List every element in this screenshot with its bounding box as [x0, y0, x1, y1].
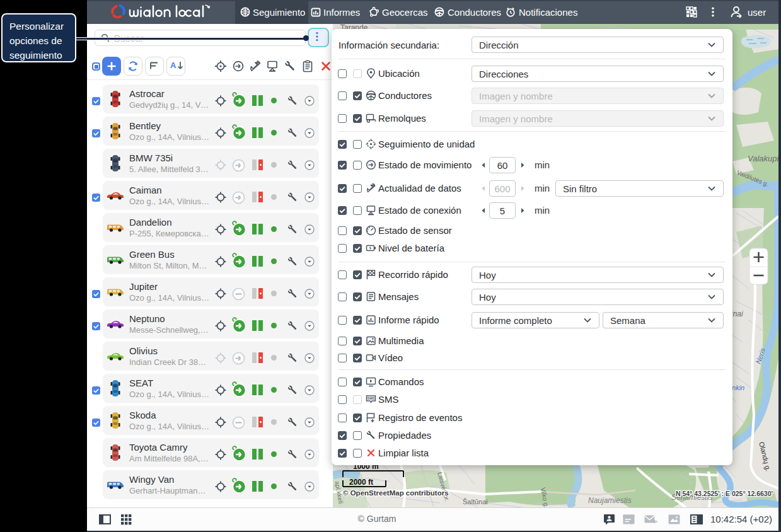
svg-text:Šaltūnai: Šaltūnai [463, 498, 488, 506]
svg-text:SMS: SMS [367, 396, 374, 400]
svg-text:2000 ft: 2000 ft [349, 478, 373, 487]
svg-text:Naujamiestis: Naujamiestis [588, 496, 632, 505]
svg-text:Valakupiai: Valakupiai [748, 154, 778, 163]
svg-text:N 54° 43.2525' : E 025° 12.663: N 54° 43.2525' : E 025° 12.6630' [676, 490, 773, 497]
svg-text:© OpenStreetMap contributors: © OpenStreetMap contributors [343, 489, 449, 497]
